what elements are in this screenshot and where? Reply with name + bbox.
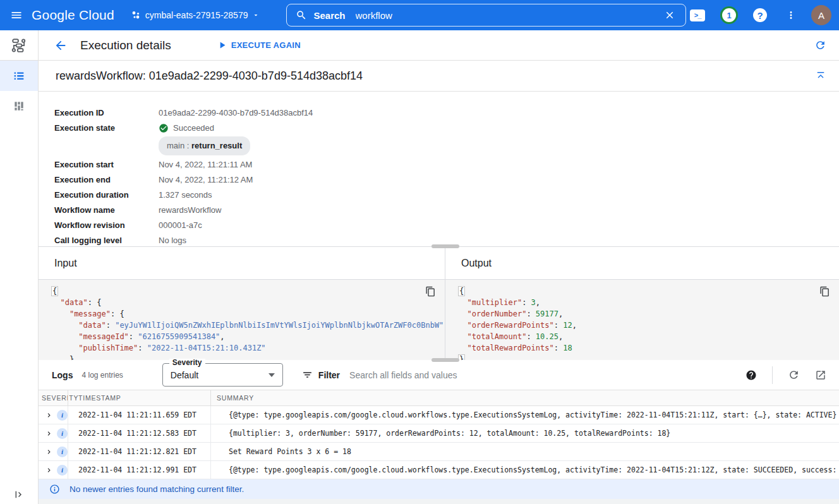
log-row-summary: {multiplier: 3, orderNumber: 59177, orde… bbox=[210, 424, 839, 442]
log-row-summary: {@type: type.googleapis.com/google.cloud… bbox=[210, 461, 839, 479]
execute-again-button[interactable]: EXECUTE AGAIN bbox=[217, 40, 301, 51]
project-icon bbox=[131, 10, 141, 20]
detail-row: Workflow name rewardsWorkflow bbox=[54, 203, 824, 218]
info-icon: i bbox=[57, 410, 68, 421]
logs-toolbar-actions bbox=[742, 365, 830, 385]
detail-row: Execution start Nov 4, 2022, 11:21:11 AM bbox=[54, 157, 824, 172]
notifications-badge[interactable]: 1 bbox=[722, 8, 736, 22]
log-row-summary: {@type: type.googleapis.com/google.cloud… bbox=[210, 406, 839, 424]
log-table: SEVERITY TIMESTAMP SUMMARY i 2022-11-04 … bbox=[39, 390, 839, 479]
cloud-shell-button[interactable]: >_ bbox=[686, 6, 709, 25]
copy-icon bbox=[425, 286, 436, 297]
log-row-severity: i bbox=[39, 447, 68, 457]
info-icon: i bbox=[57, 465, 68, 476]
detail-row: Execution end Nov 4, 2022, 11:21:12 AM bbox=[54, 172, 824, 188]
more-menu-button[interactable] bbox=[782, 6, 800, 25]
output-title: Output bbox=[445, 247, 839, 280]
log-row[interactable]: i 2022-11-04 11:21:12.821 EDT Set Reward… bbox=[39, 443, 839, 461]
log-row-timestamp: 2022-11-04 11:21:12.583 EDT bbox=[68, 424, 210, 442]
refresh-logs-button[interactable] bbox=[784, 365, 804, 385]
step-chip-row: main : return_result bbox=[159, 137, 250, 155]
project-picker[interactable]: cymbal-eats-27915-28579 bbox=[131, 10, 260, 20]
log-filter-input[interactable] bbox=[349, 370, 742, 380]
no-newer-entries-banner: No newer entries found matching current … bbox=[39, 479, 839, 499]
chip-step: return_result bbox=[191, 141, 242, 150]
log-row-severity: i bbox=[39, 465, 68, 476]
copy-input-button[interactable] bbox=[425, 286, 436, 299]
detail-row: Execution duration 1.327 seconds bbox=[54, 188, 824, 203]
chevron-right-icon[interactable] bbox=[45, 429, 53, 438]
gcp-console: Google Cloud cymbal-eats-27915-28579 Sea… bbox=[0, 0, 839, 504]
play-icon bbox=[217, 40, 227, 51]
open-in-new-button[interactable] bbox=[811, 366, 830, 385]
chip-scope: main bbox=[167, 141, 184, 150]
more-vert-icon bbox=[785, 9, 797, 21]
collapse-up-icon bbox=[815, 70, 826, 81]
detail-row-execution-state: Execution state Succeeded bbox=[54, 121, 824, 136]
chevron-right-icon[interactable] bbox=[45, 411, 53, 419]
close-icon bbox=[664, 9, 675, 21]
summary-text: Set Reward Points 3 x 6 = 18 bbox=[229, 447, 351, 456]
help-button[interactable]: ? bbox=[749, 4, 771, 26]
log-row[interactable]: i 2022-11-04 11:21:11.659 EDT {@type: ty… bbox=[39, 406, 839, 424]
sidebar-item-executions[interactable] bbox=[0, 61, 38, 91]
sidebar-item-workflows[interactable] bbox=[0, 30, 38, 61]
google-cloud-logo[interactable]: Google Cloud bbox=[32, 8, 114, 23]
column-header-timestamp: TIMESTAMP bbox=[68, 390, 210, 405]
severity-select[interactable]: Severity Default bbox=[162, 363, 283, 387]
input-code-area: { "data": { "message": { "data": "eyJuYW… bbox=[39, 280, 445, 360]
clear-search-button[interactable] bbox=[660, 6, 679, 25]
dropdown-arrow-icon bbox=[269, 373, 275, 377]
detail-label: Execution duration bbox=[54, 188, 159, 203]
logs-toolbar: Logs 4 log entries Severity Default Filt… bbox=[39, 360, 839, 390]
execution-details-section: Execution ID 01e9ada2-2299-4030-b7d9-514… bbox=[39, 92, 839, 246]
resize-handle[interactable] bbox=[432, 358, 459, 362]
log-row[interactable]: i 2022-11-04 11:21:12.991 EDT {@type: ty… bbox=[39, 461, 839, 479]
info-bar-text: No newer entries found matching current … bbox=[69, 484, 244, 494]
toolbar-divider bbox=[772, 366, 773, 384]
cloud-shell-icon: >_ bbox=[690, 9, 705, 21]
project-name: cymbal-eats-27915-28579 bbox=[145, 10, 248, 20]
logs-title: Logs bbox=[52, 370, 73, 380]
summary-text: {@type: type.googleapis.com/google.cloud… bbox=[229, 465, 839, 474]
chevron-right-icon[interactable] bbox=[45, 448, 53, 456]
log-row[interactable]: i 2022-11-04 11:21:12.583 EDT {multiplie… bbox=[39, 424, 839, 443]
metrics-icon bbox=[13, 100, 25, 112]
timestamp-text: 2022-11-04 11:21:12.821 EDT bbox=[78, 447, 196, 456]
collapse-section-button[interactable] bbox=[811, 66, 830, 85]
menu-button[interactable] bbox=[6, 5, 27, 25]
copy-output-button[interactable] bbox=[819, 286, 830, 299]
log-row-timestamp: 2022-11-04 11:21:11.659 EDT bbox=[68, 406, 210, 424]
input-panel: Input { "data": { "message": { "data": "… bbox=[39, 247, 445, 360]
back-arrow-icon bbox=[54, 39, 68, 52]
log-row-timestamp: 2022-11-04 11:21:12.821 EDT bbox=[68, 443, 210, 460]
detail-row-step: main : return_result bbox=[54, 136, 824, 157]
severity-select-label: Severity bbox=[169, 359, 205, 366]
logs-help-button[interactable] bbox=[742, 366, 761, 385]
search-bar[interactable]: Search bbox=[286, 4, 686, 27]
timestamp-text: 2022-11-04 11:21:11.659 EDT bbox=[78, 411, 196, 419]
detail-value: 1.327 seconds bbox=[159, 188, 212, 203]
expand-panel-button[interactable] bbox=[0, 485, 38, 504]
step-chip[interactable]: main : return_result bbox=[159, 136, 250, 155]
detail-value: rewardsWorkflow bbox=[159, 203, 221, 218]
scrollbar-track[interactable] bbox=[39, 499, 839, 504]
title-bar: rewardsWorkflow: 01e9ada2-2299-4030-b7d9… bbox=[39, 61, 839, 92]
chevron-right-icon[interactable] bbox=[45, 466, 53, 474]
log-table-header: SEVERITY TIMESTAMP SUMMARY bbox=[39, 390, 839, 406]
filter-bar: Filter bbox=[302, 369, 742, 380]
refresh-button[interactable] bbox=[811, 35, 830, 55]
info-icon bbox=[49, 484, 60, 495]
resize-handle[interactable] bbox=[432, 244, 459, 248]
refresh-icon bbox=[788, 369, 800, 381]
help-icon bbox=[745, 369, 757, 381]
back-button[interactable] bbox=[50, 35, 71, 56]
chip-separator: : bbox=[184, 141, 191, 150]
logs-section: Logs 4 log entries Severity Default Filt… bbox=[39, 360, 839, 504]
output-panel: Output { "multiplier": 3, "orderNumber":… bbox=[445, 247, 839, 360]
input-output-section: Input { "data": { "message": { "data": "… bbox=[39, 246, 839, 360]
sidebar-item-metrics[interactable] bbox=[0, 91, 38, 121]
search-input[interactable] bbox=[356, 10, 660, 21]
avatar[interactable]: A bbox=[811, 5, 831, 25]
chevron-down-icon bbox=[252, 11, 260, 19]
